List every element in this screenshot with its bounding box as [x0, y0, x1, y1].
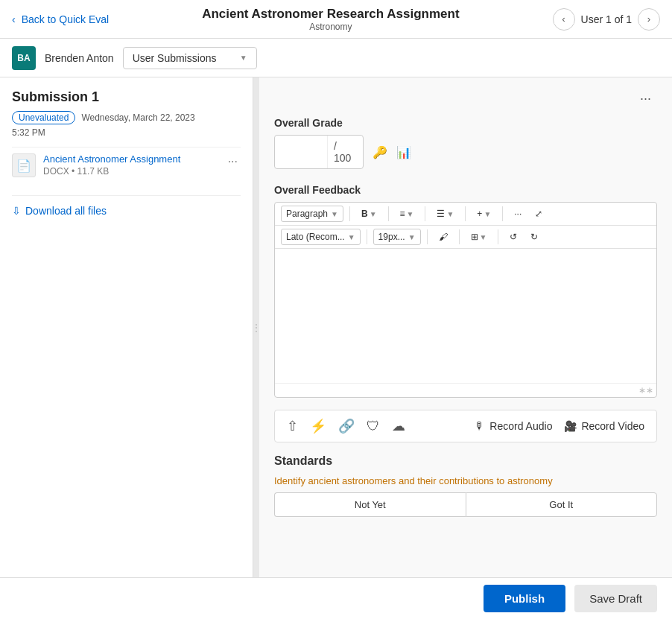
dropdown-label: User Submissions [133, 52, 217, 64]
align-button[interactable]: ≡ ▼ [395, 206, 419, 222]
editor-toolbar-row1: Paragraph ▼ B ▼ ≡ ▼ [275, 203, 656, 226]
overall-feedback-label: Overall Feedback [274, 184, 657, 196]
size-label: 19px... [378, 232, 405, 242]
file-meta: DOCX • 11.7 KB [43, 166, 218, 177]
format-group: B ▼ [356, 206, 382, 222]
separator-3 [425, 206, 425, 221]
key-icon[interactable]: 🔑 [373, 145, 387, 159]
standard-text: Identify ancient astronomers and their c… [274, 475, 657, 486]
align-caret-icon: ▼ [407, 210, 414, 218]
undo-icon: ↺ [510, 232, 517, 242]
more-toolbar-button[interactable]: ··· [509, 206, 527, 222]
record-audio-button[interactable]: 🎙 Record Audio [475, 420, 552, 432]
undo-button[interactable]: ↺ [504, 229, 522, 245]
page-subtitle: Astronomy [109, 22, 552, 32]
file-menu-button[interactable]: ··· [225, 153, 241, 170]
status-badge: Unevaluated [12, 111, 75, 124]
file-item: 📄 Ancient Astronomer Assignment DOCX • 1… [12, 147, 241, 183]
cloud-icon[interactable]: ☁ [392, 418, 405, 434]
standard-highlight-4: astronomy [507, 475, 553, 486]
feedback-editor-area[interactable] [275, 249, 656, 383]
file-size: 11.7 KB [77, 166, 110, 177]
paragraph-dropdown[interactable]: Paragraph ▼ [281, 206, 343, 222]
record-video-label: Record Video [581, 420, 644, 432]
font-dropdown[interactable]: Lato (Recom... ▼ [281, 229, 361, 245]
user-name: Brenden Anton [45, 52, 114, 64]
main-content: Submission 1 Unevaluated Wednesday, Marc… [0, 77, 672, 577]
standard-item-1: Identify ancient astronomers and their c… [274, 475, 657, 517]
avatar: BA [12, 46, 36, 70]
size-caret-icon: ▼ [408, 233, 416, 241]
record-video-button[interactable]: 🎥 Record Video [564, 420, 644, 432]
download-all-button[interactable]: ⇩ Download all files [12, 195, 241, 217]
media-actions-group: 🎙 Record Audio 🎥 Record Video [475, 420, 644, 432]
separator-4 [465, 206, 466, 221]
chevron-down-icon: ▼ [240, 54, 247, 62]
not-yet-label: Not Yet [355, 499, 386, 510]
submission-meta: Unevaluated Wednesday, March 22, 2023 [12, 111, 241, 124]
resize-handle[interactable]: ⋮ [253, 77, 259, 577]
more-menu-button[interactable]: ··· [634, 89, 657, 108]
grade-max: / 100 [327, 136, 363, 168]
file-type: DOCX [43, 166, 69, 177]
separator-6 [367, 229, 367, 244]
list-button[interactable]: ☰ ▼ [431, 206, 459, 222]
bold-caret-icon: ▼ [370, 210, 377, 218]
grade-row: / 100 🔑 📊 [274, 135, 657, 169]
separator-8 [459, 229, 460, 244]
standards-title: Standards [274, 454, 657, 468]
file-info: Ancient Astronomer Assignment DOCX • 11.… [43, 153, 218, 177]
chart-icon[interactable]: 📊 [396, 145, 411, 159]
font-caret-icon: ▼ [348, 233, 355, 241]
submissions-dropdown[interactable]: User Submissions ▼ [123, 47, 257, 69]
back-arrow-icon: ‹ [12, 13, 16, 25]
header-nav: ‹ User 1 of 1 › [553, 8, 660, 31]
publish-button[interactable]: Publish [484, 585, 565, 612]
shield-icon[interactable]: 🛡 [367, 419, 380, 434]
bold-button[interactable]: B ▼ [356, 206, 382, 222]
header-center: Ancient Astronomer Research Assignment A… [109, 7, 552, 32]
user-counter: User 1 of 1 [581, 13, 632, 25]
got-it-label: Got It [549, 499, 573, 510]
redo-button[interactable]: ↻ [525, 229, 543, 245]
insert-button[interactable]: + ▼ [472, 206, 496, 222]
submission-title: Submission 1 [12, 89, 241, 105]
standard-highlight-3: and their contributions to [399, 475, 504, 486]
upload-icon[interactable]: ⇧ [287, 418, 298, 434]
submission-time: 5:32 PM [12, 127, 241, 138]
list-group: ☰ ▼ [431, 206, 459, 222]
table-label: ⊞ [471, 232, 478, 242]
file-size-separator: • [72, 166, 77, 177]
link-icon[interactable]: 🔗 [338, 418, 355, 434]
footer: Publish Save Draft [0, 577, 672, 619]
got-it-button[interactable]: Got It [466, 492, 658, 517]
table-button[interactable]: ⊞ ▼ [466, 229, 492, 245]
sub-header: BA Brenden Anton User Submissions ▼ [0, 39, 672, 77]
prev-user-button[interactable]: ‹ [553, 8, 575, 31]
not-yet-button[interactable]: Not Yet [274, 492, 466, 517]
submission-date: Wednesday, March 22, 2023 [81, 112, 194, 123]
separator-5 [502, 206, 503, 221]
media-icons-group: ⇧ ⚡ 🔗 🛡 ☁ [287, 418, 405, 434]
separator-1 [349, 206, 350, 221]
fullscreen-button[interactable]: ⤢ [530, 206, 548, 222]
separator-7 [427, 229, 428, 244]
save-draft-button[interactable]: Save Draft [574, 585, 657, 612]
paragraph-caret-icon: ▼ [331, 210, 338, 218]
align-label: ≡ [400, 209, 405, 219]
grade-input[interactable] [275, 142, 327, 162]
left-panel: Submission 1 Unevaluated Wednesday, Marc… [0, 77, 253, 577]
right-panel-header: ··· [274, 89, 657, 108]
file-name[interactable]: Ancient Astronomer Assignment [43, 153, 218, 165]
insert-caret-icon: ▼ [484, 210, 491, 218]
size-dropdown[interactable]: 19px... ▼ [373, 229, 421, 245]
editor-resize-handle[interactable]: ∗∗ [275, 383, 656, 397]
back-button[interactable]: ‹ Back to Quick Eval [12, 13, 109, 25]
paint-button[interactable]: 🖌 [434, 229, 453, 245]
header: ‹ Back to Quick Eval Ancient Astronomer … [0, 0, 672, 39]
lightning-icon[interactable]: ⚡ [310, 418, 326, 434]
editor-toolbar-row2: Lato (Recom... ▼ 19px... ▼ 🖌 ⊞ ▼ [275, 226, 656, 249]
next-user-button[interactable]: › [638, 8, 660, 31]
right-panel: ··· Overall Grade / 100 🔑 📊 Overall Feed… [259, 77, 672, 577]
insert-label: + [477, 209, 482, 219]
